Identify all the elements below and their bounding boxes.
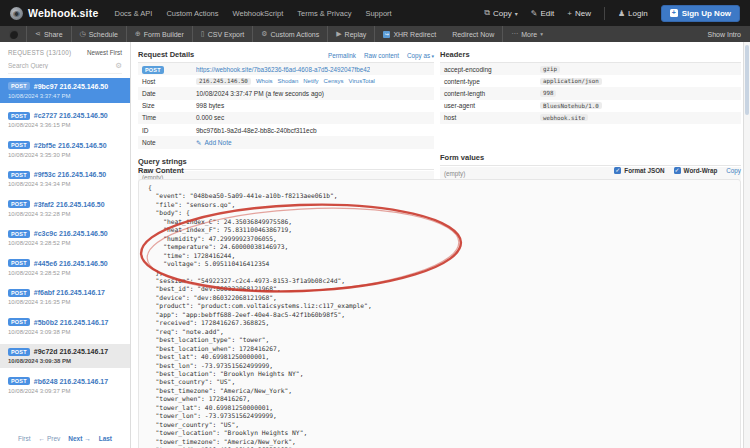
- gear-icon: ⚙: [261, 30, 267, 38]
- new-label: New: [575, 9, 591, 18]
- request-list-item[interactable]: POST#445e6 216.245.146.5010/08/2024 3:28…: [0, 255, 130, 280]
- method-badge: POST: [8, 82, 30, 90]
- sign-up-label: Sign Up Now: [682, 9, 731, 18]
- nav-link-support[interactable]: Support: [365, 9, 391, 18]
- detail-link-permalink[interactable]: Permalink: [328, 52, 356, 59]
- host-lookup-virustotal[interactable]: VirusTotal: [349, 78, 375, 84]
- detail-value: 0.000 sec: [196, 114, 224, 121]
- toolbar-label-custom-actions: Custom Actions: [271, 31, 320, 38]
- toolbar-redirect-now[interactable]: Redirect Now: [444, 26, 502, 42]
- detail-label: Note: [142, 139, 196, 146]
- edit-button[interactable]: ✎ Edit: [531, 9, 555, 18]
- toolbar-xhr-redirect[interactable]: ↪XHR Redirect: [374, 26, 444, 42]
- pagination-prev[interactable]: ← Prev: [39, 435, 61, 442]
- request-id-ip: #b6248 216.245.146.17: [34, 378, 108, 385]
- request-date: 10/08/2024 3:09:38 PM: [8, 358, 122, 364]
- request-list-item[interactable]: POST#9bc97 216.245.146.5010/08/2024 3:37…: [0, 78, 130, 103]
- request-list-item[interactable]: POST#c3c9c 216.245.146.5010/08/2024 3:28…: [0, 226, 130, 251]
- clock-icon: ◷: [80, 30, 86, 38]
- pagination-first[interactable]: First: [18, 435, 31, 442]
- header-value: BluesNotehub/1.0: [540, 102, 602, 109]
- format-json-checkbox[interactable]: ✓ Format JSON: [614, 167, 664, 174]
- brand-name: Webhook.site: [28, 7, 98, 19]
- checkbox-checked-icon: ✓: [614, 167, 621, 174]
- request-list-item[interactable]: POST#2bf5e 216.245.146.5010/08/2024 3:35…: [0, 137, 130, 162]
- word-wrap-label: Word-Wrap: [684, 167, 718, 174]
- detail-label: Time: [142, 114, 196, 121]
- request-list-item[interactable]: POST#3faf2 216.245.146.5010/08/2024 3:32…: [0, 196, 130, 221]
- toolbar-schedule[interactable]: ◷Schedule: [71, 26, 126, 42]
- header-row-accept-encoding: accept-encodinggzip: [440, 63, 741, 75]
- sort-order-dropdown[interactable]: Newest First: [87, 49, 122, 56]
- show-intro-link[interactable]: Show Intro: [708, 31, 741, 38]
- sign-up-button[interactable]: + Sign Up Now: [661, 5, 740, 22]
- toolbar-replay[interactable]: ▶Replay: [327, 26, 374, 42]
- request-date: 10/08/2024 3:32:28 PM: [8, 211, 122, 217]
- request-date: 10/08/2024 3:37:47 PM: [8, 93, 122, 99]
- nav-link-terms-privacy[interactable]: Terms & Privacy: [297, 9, 351, 18]
- toolbar-label-xhr-redirect: XHR Redirect: [393, 31, 436, 38]
- request-list-item[interactable]: POST#b6248 216.245.146.1710/08/2024 3:09…: [0, 373, 130, 398]
- raw-copy-link[interactable]: Copy: [726, 167, 741, 174]
- nav-link-webhookscript[interactable]: WebhookScript: [233, 9, 284, 18]
- method-badge: POST: [8, 141, 30, 149]
- detail-link-copy-as[interactable]: Copy as ▾: [407, 52, 434, 59]
- detail-label: Size: [142, 102, 196, 109]
- scrollbar-thumb[interactable]: [745, 45, 749, 115]
- header-key: user-agent: [444, 102, 540, 109]
- request-id-ip: #f6abf 216.245.146.17: [34, 289, 105, 296]
- checkbox-checked-icon: ✓: [674, 167, 681, 174]
- caret-down-icon: ▾: [430, 53, 434, 59]
- request-id-ip: #c3c9c 216.245.146.50: [34, 230, 108, 237]
- toolbar-label-share: Share: [44, 31, 63, 38]
- search-input[interactable]: [8, 62, 115, 69]
- brand[interactable]: ◉ Webhook.site: [10, 7, 98, 20]
- pagination-last[interactable]: Last: [99, 435, 112, 442]
- request-list-item[interactable]: POST#f6abf 216.245.146.1710/08/2024 3:16…: [0, 285, 130, 310]
- host-lookup-whois[interactable]: Whois: [256, 78, 273, 84]
- toolbar-csv-export[interactable]: ▯CSV Export: [192, 26, 252, 42]
- webhook-logo-icon: ◉: [10, 7, 23, 20]
- copy-menu-button[interactable]: ⧉ Copy ▾: [484, 8, 517, 18]
- nav-link-docs-api[interactable]: Docs & API: [114, 9, 152, 18]
- pagination-next[interactable]: Next →: [68, 435, 90, 442]
- theme-toggle-icon[interactable]: [9, 30, 18, 39]
- request-date: 10/08/2024 3:36:15 PM: [8, 122, 122, 128]
- host-lookup-netify[interactable]: Netify: [303, 78, 318, 84]
- detail-row-host: Host216.245.146.50WhoisShodanNetifyCensy…: [138, 75, 434, 87]
- method-badge: POST: [8, 200, 30, 208]
- request-list-item[interactable]: POST#5b0b2 216.245.146.1710/08/2024 3:09…: [0, 314, 130, 339]
- request-list: POST#9bc97 216.245.146.5010/08/2024 3:37…: [0, 78, 130, 398]
- header-value: 998: [540, 90, 556, 97]
- word-wrap-checkbox[interactable]: ✓ Word-Wrap: [674, 167, 718, 174]
- host-lookup-shodan[interactable]: Shodan: [278, 78, 299, 84]
- login-button[interactable]: ♟ Login: [618, 9, 648, 18]
- raw-content-title: Raw Content: [138, 166, 184, 175]
- add-note-link[interactable]: ✎Add Note: [196, 139, 232, 147]
- host-lookup-censys[interactable]: Censys: [324, 78, 344, 84]
- request-list-item[interactable]: POST#9c72d 216.245.146.1710/08/2024 3:09…: [0, 344, 130, 369]
- method-badge: POST: [8, 289, 30, 297]
- request-date: 10/08/2024 3:16:35 PM: [8, 299, 122, 305]
- method-badge: POST: [8, 230, 30, 238]
- method-badge: POST: [8, 348, 30, 356]
- divider: [604, 7, 605, 20]
- headers-table: accept-encodinggzipcontent-typeapplicati…: [440, 63, 741, 124]
- toolbar-label-replay: Replay: [345, 31, 367, 38]
- toolbar-form-builder[interactable]: ⊕Form Builder: [126, 26, 192, 42]
- toolbar-share[interactable]: ⋖Share: [26, 26, 71, 42]
- new-button[interactable]: + New: [567, 9, 591, 18]
- toolbar-custom-actions[interactable]: ⚙Custom Actions: [252, 26, 327, 42]
- request-list-item[interactable]: POST#9f53c 216.245.146.5010/08/2024 3:34…: [0, 167, 130, 192]
- page-scrollbar[interactable]: [743, 42, 750, 448]
- request-list-item[interactable]: POST#c2727 216.245.146.5010/08/2024 3:36…: [0, 108, 130, 133]
- request-date: 10/08/2024 3:28:52 PM: [8, 240, 122, 246]
- nav-link-custom-actions[interactable]: Custom Actions: [166, 9, 218, 18]
- top-navbar: ◉ Webhook.site Docs & APICustom ActionsW…: [0, 0, 750, 26]
- caret-down-icon: ▾: [540, 31, 543, 37]
- toolbar-more[interactable]: ⋯More▾: [502, 26, 551, 42]
- request-url-link[interactable]: https://webhook.site/7ba36236-f6ad-4608-…: [196, 66, 370, 73]
- detail-link-raw-content[interactable]: Raw content: [364, 52, 399, 59]
- search-settings-gear-icon[interactable]: ⚙: [115, 61, 122, 70]
- headers-title: Headers: [440, 50, 470, 59]
